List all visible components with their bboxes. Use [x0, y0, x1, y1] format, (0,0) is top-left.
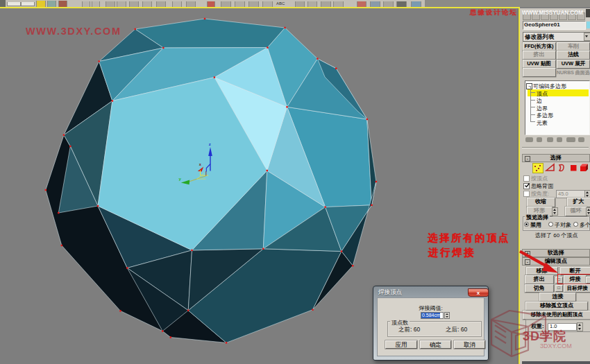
svg-text:z: z — [209, 142, 211, 146]
